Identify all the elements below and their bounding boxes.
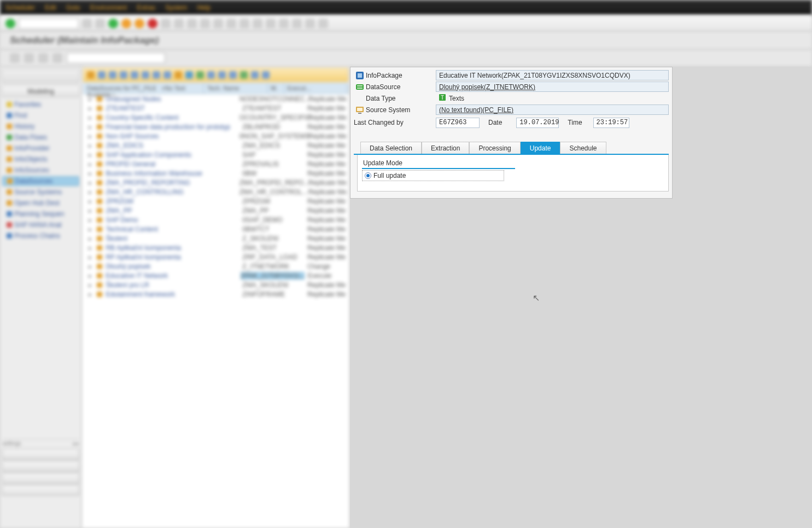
tree-row[interactable]: ▸Technical Content0BWTCTReplicate Me [83, 224, 348, 234]
nav-sidebar: Modeling Favorites Find History Data Flo… [0, 67, 82, 528]
svg-rect-4 [357, 88, 363, 89]
header-value[interactable]: Dlouhý popisek(Z_ITNETWORK) [436, 82, 669, 92]
tab-extraction[interactable]: Extraction [422, 142, 469, 154]
tree-row[interactable]: ▸Edutainment frameworkZINFOFRAMEReplicat… [83, 289, 348, 299]
tree-row[interactable]: ▸RB Aplikační komponentaZMA_TESTReplicat… [83, 243, 348, 252]
tree-row[interactable]: ▸SAP Application ComponentsSAPReplicate … [83, 150, 348, 159]
tree-row[interactable]: ▸ZMA_PPZMA_PPReplicate Me [83, 206, 348, 215]
last-changed-user: E67Z963 [436, 118, 480, 128]
sub-toolbar [0, 49, 812, 67]
header-label: Source System [366, 106, 436, 114]
radio-selected-icon [365, 172, 371, 179]
tree-row[interactable]: ▸Dlouhý popisekZ_ITNETWORKChange [83, 262, 348, 271]
tree-row[interactable]: ▸ZPRZGMZPRZGMReplicate Me [83, 196, 348, 206]
app-toolbar [0, 15, 812, 32]
datasource-tree: DataSources for PC_FILE <No Text Availab… [82, 67, 350, 528]
infopackage-icon [354, 71, 366, 80]
header-label: InfoPackage [366, 72, 436, 79]
cursor-icon: ↖ [533, 293, 540, 303]
time-label: Time [565, 119, 587, 126]
header-row-infopackage: InfoPackageEducative IT Network(ZPAK_21T… [354, 69, 669, 81]
tree-row[interactable]: ▸Školení pro LRZMA_SKOLENIReplicate Me [83, 280, 348, 289]
tree-row[interactable]: ▸RP Aplikační komponentaZRP_DATA_LOADRep… [83, 252, 348, 262]
update-tab-body: Update Mode Full update [357, 155, 669, 192]
tree-row[interactable]: ▸Country-Specific ContentOCOUNTRY_SPECIF… [83, 113, 348, 122]
header-label: DataSource [366, 83, 436, 91]
tree-row[interactable]: ▸ZMA_HR_CONTROLLINGZMA_HR_CONTROL...Repl… [83, 187, 348, 196]
header-row-datasource: DataSourceDlouhý popisek(Z_ITNETWORK) [354, 81, 669, 92]
full-update-label: Full update [373, 172, 406, 179]
tab-schedule[interactable]: Schedule [560, 142, 606, 154]
svg-rect-1 [358, 73, 362, 78]
svg-rect-8 [357, 108, 363, 111]
texts-icon: T [438, 93, 447, 103]
last-changed-time: 23:19:57 [593, 118, 629, 128]
page-title: Scheduler (Maintain InfoPackage) [0, 32, 812, 49]
tree-row[interactable]: ▸ZMA_EDICSZMA_EDICSReplicate Me [83, 141, 348, 150]
source-system-icon [354, 106, 366, 114]
last-changed-row: Last Changed by E67Z963 Date 19.07.2019 … [354, 117, 669, 129]
infopackage-header-card: InfoPackageEducative IT Network(ZPAK_21T… [350, 67, 673, 199]
full-update-radio[interactable]: Full update [362, 170, 504, 181]
tree-row[interactable]: ▸ŠkoleníZ_SKOLENIReplicate Me [83, 234, 348, 243]
last-changed-date: 19.07.2019 [516, 118, 559, 128]
tree-row[interactable]: ▸Unassigned NodesNODESNOTCONNEC...Replic… [83, 94, 348, 103]
header-row-data-type: Data TypeTTexts [354, 92, 669, 104]
tree-row[interactable]: ▸Financial base data production for prot… [83, 122, 348, 131]
header-value[interactable]: (No text found)(PC_FILE) [436, 105, 669, 115]
svg-rect-9 [358, 113, 361, 114]
tree-row[interactable]: ▸ZTEAMTESTZTEAMTESTReplicate Me [83, 103, 348, 113]
date-label: Date [486, 119, 507, 126]
tree-row[interactable]: ▸Non-SAP Sources0NON_SAP_SYSTEMSReplicat… [83, 131, 348, 141]
svg-text:T: T [441, 95, 444, 101]
update-mode-group-title: Update Mode [362, 158, 515, 169]
tree-row[interactable]: ▸SAP Demo0SAP_DEMOReplicate Me [83, 215, 348, 224]
datasource-icon [354, 83, 366, 91]
menubar: SchedulerEditGotoEnvironmentExtrasSystem… [0, 0, 812, 15]
tree-row[interactable]: ▸PROFEI GeneralZPROVALISReplicate Me [83, 159, 348, 169]
tree-row[interactable]: ▸Educative IT NetworkZPAK_21T08YGV1I...E… [83, 271, 348, 280]
last-changed-label: Last Changed by [354, 119, 436, 126]
svg-rect-2 [356, 84, 364, 90]
tree-row[interactable]: ▸ZMA_PROFEI_REPORTINGZMA_PROFEI_REPO...R… [83, 178, 348, 187]
infopackage-panel: InfoPackageEducative IT Network(ZPAK_21T… [350, 67, 812, 528]
header-value: TTexts [436, 93, 669, 103]
tab-processing[interactable]: Processing [469, 142, 520, 154]
header-value: Educative IT Network(ZPAK_21T08YGV1IZXS8… [436, 70, 669, 80]
tree-row[interactable]: ▸Business Information Warehouse0BWReplic… [83, 169, 348, 178]
tab-update[interactable]: Update [521, 142, 560, 154]
tab-data-selection[interactable]: Data Selection [360, 142, 422, 154]
header-label: Data Type [366, 95, 436, 102]
infopackage-tabstrip: Data SelectionExtractionProcessingUpdate… [354, 142, 669, 155]
svg-rect-3 [357, 85, 363, 86]
header-row-source-system: Source System(No text found)(PC_FILE) [354, 104, 669, 115]
